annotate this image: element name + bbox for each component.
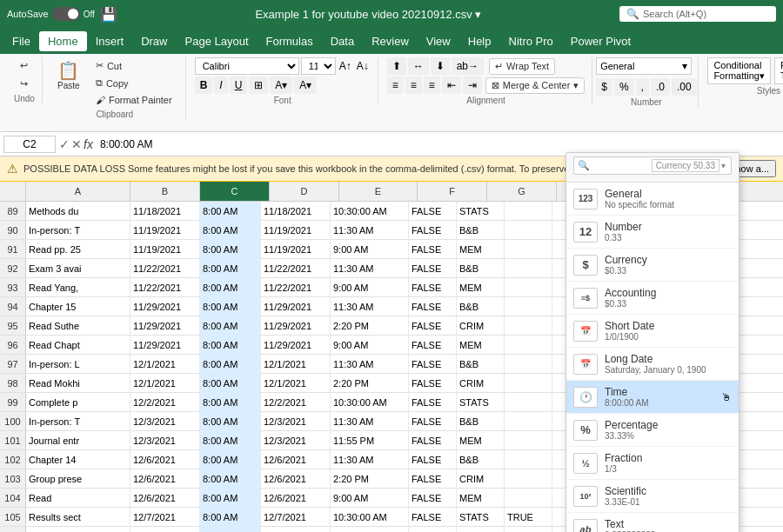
cell-93-g[interactable]: MEM — [457, 278, 505, 297]
cell-105-h[interactable]: TRUE — [505, 508, 552, 527]
copy-button[interactable]: ⧉ Copy — [90, 75, 178, 91]
menu-data[interactable]: Data — [322, 31, 363, 51]
cell-92-h[interactable] — [505, 259, 552, 278]
format-item-fraction[interactable]: ½Fraction1/3 — [566, 447, 739, 480]
cell-103-a[interactable]: Group prese — [26, 469, 130, 489]
format-dropdown-arrow[interactable]: ▾ — [719, 161, 727, 170]
save-icon[interactable]: 💾 — [100, 6, 117, 23]
align-top-button[interactable]: ⬆ — [387, 57, 406, 75]
cell-99-c[interactable]: 8:00 AM — [200, 393, 261, 412]
cell-101-e[interactable]: 11:55 PM — [331, 431, 409, 450]
cell-99-b[interactable]: 12/2/2021 — [130, 393, 200, 412]
cell-96-e[interactable]: 9:00 AM — [331, 336, 409, 355]
cell-90-d[interactable]: 11/19/2021 — [261, 221, 331, 240]
cell-102-c[interactable]: 8:00 AM — [200, 450, 261, 469]
cell-103-d[interactable]: 12/6/2021 — [261, 469, 331, 489]
cell-103-c[interactable]: 8:00 AM — [200, 469, 261, 489]
cell-89-b[interactable]: 11/18/2021 — [130, 202, 200, 221]
cell-100-g[interactable]: B&B — [457, 412, 505, 431]
cell-96-a[interactable]: Read Chapt — [26, 336, 130, 355]
format-item-short date[interactable]: 📅Short Date1/0/1900 — [566, 315, 739, 348]
cell-93-f[interactable]: FALSE — [409, 278, 457, 297]
autosave-toggle[interactable]: AutoSave Off — [7, 7, 95, 21]
cell-92-g[interactable]: B&B — [457, 259, 505, 278]
cut-button[interactable]: ✂ Cut — [90, 57, 178, 74]
indent-decrease-button[interactable]: ⇤ — [442, 76, 461, 94]
cell-95-e[interactable]: 2:20 PM — [331, 316, 409, 336]
cell-101-f[interactable]: FALSE — [409, 431, 457, 450]
format-painter-button[interactable]: 🖌 Format Painter — [90, 92, 178, 108]
cell-93-h[interactable] — [505, 278, 552, 297]
cell-93-a[interactable]: Read Yang, — [26, 278, 130, 297]
cell-95-g[interactable]: CRIM — [457, 316, 505, 336]
cell-102-a[interactable]: Chapter 14 — [26, 450, 130, 469]
cell-105-a[interactable]: Results sect — [26, 508, 130, 527]
cell-94-f[interactable]: FALSE — [409, 297, 457, 316]
paste-button[interactable]: 📋 Paste — [51, 57, 86, 95]
align-right-button[interactable]: ≡ — [424, 76, 440, 94]
cell-98-f[interactable]: FALSE — [409, 374, 457, 393]
cell-105-b[interactable]: 12/7/2021 — [130, 508, 200, 527]
col-header-c[interactable]: C — [200, 182, 270, 201]
cell-93-d[interactable]: 11/22/2021 — [261, 278, 331, 297]
cell-90-f[interactable]: FALSE — [409, 221, 457, 240]
col-header-f[interactable]: F — [418, 182, 487, 201]
cell-95-c[interactable]: 8:00 AM — [200, 316, 261, 336]
cell-89-e[interactable]: 10:30:00 AM — [331, 202, 409, 221]
cell-102-g[interactable]: B&B — [457, 450, 505, 469]
cell-94-c[interactable]: 8:00 AM — [200, 297, 261, 316]
currency-button[interactable]: $ — [596, 78, 612, 96]
format-item-text[interactable]: abText0.333333333 — [566, 513, 739, 532]
cell-100-e[interactable]: 11:30 AM — [331, 412, 409, 431]
cell-98-g[interactable]: CRIM — [457, 374, 505, 393]
cell-103-b[interactable]: 12/6/2021 — [130, 469, 200, 489]
italic-button[interactable]: I — [214, 76, 227, 94]
menu-draw[interactable]: Draw — [132, 31, 176, 51]
cell-94-g[interactable]: B&B — [457, 297, 505, 316]
cell-99-g[interactable]: STATS — [457, 393, 505, 412]
cell-94-h[interactable] — [505, 297, 552, 316]
cell-102-f[interactable]: FALSE — [409, 450, 457, 469]
fill-color-button[interactable]: A▾ — [270, 76, 292, 94]
cell-97-f[interactable]: FALSE — [409, 355, 457, 374]
cell-90-e[interactable]: 11:30 AM — [331, 221, 409, 240]
cell-90-c[interactable]: 8:00 AM — [200, 221, 261, 240]
cell-106-g[interactable]: B&B — [457, 527, 505, 532]
formula-cancel[interactable]: ✕ — [71, 137, 82, 151]
merge-center-button[interactable]: ⊠ Merge & Center ▾ — [485, 77, 586, 94]
cell-104-e[interactable]: 9:00 AM — [331, 489, 409, 508]
format-item-number[interactable]: 12Number0.33 — [566, 216, 739, 249]
menu-review[interactable]: Review — [363, 31, 418, 51]
cell-98-d[interactable]: 12/1/2021 — [261, 374, 331, 393]
percent-button[interactable]: % — [614, 78, 634, 96]
cell-96-c[interactable]: 8:00 AM — [200, 336, 261, 355]
cell-97-e[interactable]: 11:30 AM — [331, 355, 409, 374]
comma-button[interactable]: , — [636, 78, 649, 96]
cell-reference-input[interactable] — [3, 136, 56, 153]
cell-89-f[interactable]: FALSE — [409, 202, 457, 221]
cell-96-b[interactable]: 11/29/2021 — [130, 336, 200, 355]
cell-98-e[interactable]: 2:20 PM — [331, 374, 409, 393]
align-middle-button[interactable]: ↔ — [408, 57, 429, 75]
cell-98-b[interactable]: 12/1/2021 — [130, 374, 200, 393]
cell-97-d[interactable]: 12/1/2021 — [261, 355, 331, 374]
cell-93-e[interactable]: 9:00 AM — [331, 278, 409, 297]
font-name-select[interactable]: Calibri — [195, 57, 299, 75]
indent-increase-button[interactable]: ⇥ — [463, 76, 482, 94]
cell-95-h[interactable] — [505, 316, 552, 336]
format-item-time[interactable]: 🕐Time8:00:00 AM🖱 — [566, 381, 739, 414]
cell-101-b[interactable]: 12/3/2021 — [130, 431, 200, 450]
cell-89-h[interactable] — [505, 202, 552, 221]
align-center-button[interactable]: ≡ — [405, 76, 422, 94]
format-search-box[interactable]: 🔍 Currency 50.33 ▾ — [573, 156, 732, 175]
cell-102-e[interactable]: 11:30 AM — [331, 450, 409, 469]
cell-91-b[interactable]: 11/19/2021 — [130, 240, 200, 259]
cell-101-g[interactable]: MEM — [457, 431, 505, 450]
cell-96-h[interactable] — [505, 336, 552, 355]
cell-106-h[interactable]: TRUE — [505, 527, 552, 532]
cell-99-h[interactable] — [505, 393, 552, 412]
decrease-decimal-button[interactable]: .0 — [651, 78, 670, 96]
wrap-text-button[interactable]: ↵ Wrap Text — [489, 58, 555, 75]
cell-100-c[interactable]: 8:00 AM — [200, 412, 261, 431]
cell-97-c[interactable]: 8:00 AM — [200, 355, 261, 374]
